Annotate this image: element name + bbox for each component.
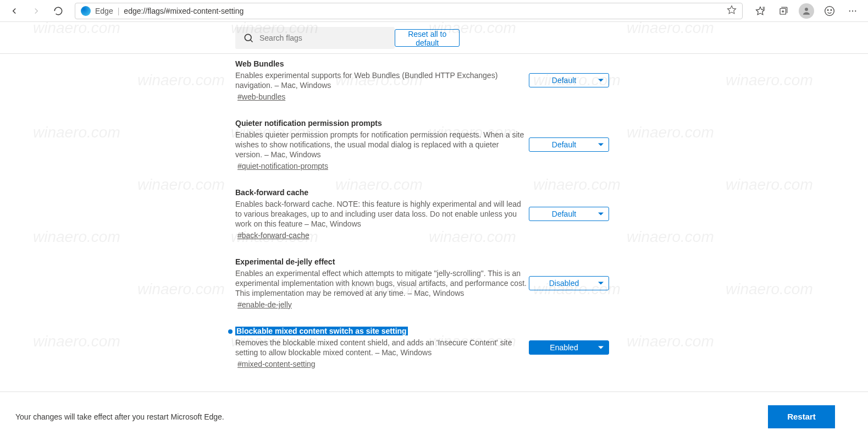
more-icon [848, 6, 858, 16]
flag-description: Removes the blockable mixed content shie… [235, 338, 527, 357]
flag-anchor-link[interactable]: #quiet-notification-prompts [235, 162, 328, 170]
svg-marker-1 [756, 7, 765, 14]
menu-button[interactable] [842, 2, 864, 20]
favorites-button[interactable] [749, 2, 771, 20]
flag-anchor-link[interactable]: #enable-de-jelly [235, 300, 292, 309]
smiley-icon [824, 5, 835, 16]
flag-title: Experimental de-jelly effect [235, 257, 335, 266]
arrow-left-icon [9, 6, 19, 16]
separator: | [118, 7, 120, 15]
flag-row: Web Bundles Enables experimental support… [235, 59, 633, 101]
flag-anchor-link[interactable]: #mixed-content-setting [235, 360, 316, 368]
reset-all-button[interactable]: Reset all to default [395, 29, 460, 47]
search-input[interactable] [259, 34, 387, 42]
edge-logo-icon [81, 6, 91, 16]
url-text: edge://flags/#mixed-content-setting [124, 7, 244, 15]
avatar-icon [799, 3, 814, 19]
refresh-icon [53, 6, 63, 16]
svg-point-9 [805, 8, 808, 11]
modified-marker [228, 329, 233, 334]
flag-description: Enables quieter permission prompts for n… [235, 130, 527, 159]
flag-state-select[interactable]: Default [529, 207, 609, 221]
flag-state-select[interactable]: Enabled [529, 340, 609, 355]
collections-icon [778, 6, 788, 16]
svg-point-11 [827, 9, 828, 10]
flags-list: Web Bundles Enables experimental support… [0, 54, 868, 390]
profile-button[interactable] [795, 2, 817, 20]
svg-point-12 [831, 9, 832, 10]
flag-title: Web Bundles [235, 59, 284, 68]
flag-title: Back-forward cache [235, 188, 308, 197]
toolbar-right-icons [749, 2, 864, 20]
search-icon [243, 32, 254, 43]
svg-point-13 [849, 10, 850, 11]
forward-button[interactable] [26, 2, 46, 20]
browser-name: Edge [95, 7, 113, 15]
flag-title: Quieter notification permission prompts [235, 119, 382, 128]
address-bar[interactable]: Edge | edge://flags/#mixed-content-setti… [75, 3, 743, 19]
restart-message: Your changes will take effect after you … [15, 412, 224, 421]
svg-point-16 [245, 34, 251, 41]
flag-row: Back-forward cache Enables back-forward … [235, 188, 633, 240]
flag-description: Enables back-forward cache. NOTE: this f… [235, 199, 527, 229]
restart-footer: Your changes will take effect after you … [0, 392, 868, 441]
svg-point-14 [852, 10, 853, 11]
flag-state-select[interactable]: Default [529, 73, 609, 87]
search-flags-box[interactable] [235, 27, 395, 49]
refresh-button[interactable] [48, 2, 68, 20]
arrow-right-icon [31, 6, 41, 16]
flag-description: Enables an experimental effect which att… [235, 268, 527, 298]
star-add-favorite-icon[interactable] [727, 5, 737, 16]
flag-anchor-link[interactable]: #back-forward-cache [235, 231, 309, 240]
flag-anchor-link[interactable]: #web-bundles [235, 92, 285, 101]
collections-button[interactable] [772, 2, 794, 20]
svg-point-10 [825, 6, 834, 15]
flag-title: Blockable mixed content switch as site s… [235, 327, 408, 335]
flag-state-select[interactable]: Disabled [529, 276, 609, 290]
restart-button[interactable]: Restart [768, 405, 835, 428]
flag-description: Enables experimental supports for Web Bu… [235, 70, 527, 90]
browser-toolbar: Edge | edge://flags/#mixed-content-setti… [0, 0, 868, 22]
svg-line-17 [251, 40, 253, 42]
flag-row: Experimental de-jelly effect Enables an … [235, 257, 633, 309]
svg-marker-0 [728, 6, 736, 14]
svg-point-15 [855, 10, 856, 11]
flags-header: Reset all to default [0, 22, 868, 54]
star-list-icon [755, 6, 765, 16]
flag-row: Quieter notification permission prompts … [235, 119, 633, 170]
back-button[interactable] [4, 2, 24, 20]
feedback-button[interactable] [819, 2, 841, 20]
flag-row: Blockable mixed content switch as site s… [235, 327, 633, 368]
flag-state-select[interactable]: Default [529, 137, 609, 152]
